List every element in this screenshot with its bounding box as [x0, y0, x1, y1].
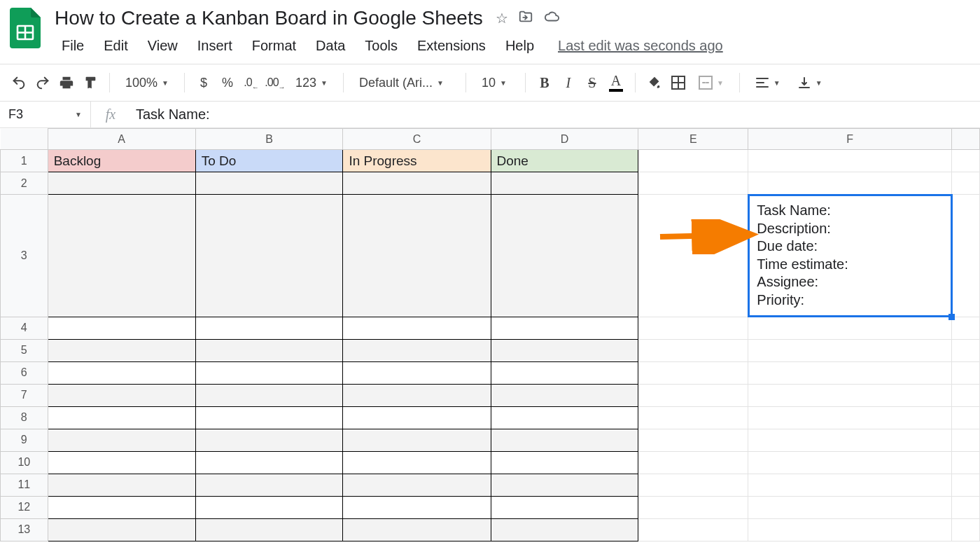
- cell-G2[interactable]: [952, 172, 980, 195]
- cell-D7[interactable]: [491, 384, 638, 406]
- cell-F9[interactable]: [748, 429, 952, 451]
- percent-button[interactable]: %: [217, 70, 238, 95]
- document-title[interactable]: How to Create a Kanban Board in Google S…: [52, 6, 486, 31]
- bold-button[interactable]: B: [534, 70, 555, 95]
- cell-C12[interactable]: [343, 496, 491, 518]
- cell-B10[interactable]: [195, 451, 343, 474]
- cell-E2[interactable]: [638, 172, 748, 195]
- cell-F10[interactable]: [748, 451, 952, 474]
- cell-A9[interactable]: [48, 429, 195, 451]
- cell-D8[interactable]: [491, 406, 638, 429]
- cell-C1[interactable]: In Progress: [343, 150, 491, 172]
- cell-D4[interactable]: [491, 317, 638, 339]
- menu-extensions[interactable]: Extensions: [407, 34, 496, 58]
- cell-E9[interactable]: [638, 429, 748, 451]
- italic-button[interactable]: I: [558, 70, 579, 95]
- cell-C11[interactable]: [343, 474, 491, 496]
- col-header-E[interactable]: E: [638, 129, 748, 150]
- row-header-9[interactable]: 9: [1, 429, 48, 451]
- row-header-5[interactable]: 5: [1, 339, 48, 361]
- move-folder-icon[interactable]: [518, 9, 533, 28]
- cell-E4[interactable]: [638, 317, 748, 339]
- menu-insert[interactable]: Insert: [188, 34, 242, 58]
- cell-E11[interactable]: [638, 474, 748, 496]
- cell-C2[interactable]: [343, 172, 491, 195]
- cell-C8[interactable]: [343, 406, 491, 429]
- decrease-decimals-button[interactable]: .0←: [241, 70, 262, 95]
- sheets-logo-icon[interactable]: [7, 6, 43, 50]
- cell-G3[interactable]: [952, 195, 980, 317]
- spreadsheet-grid[interactable]: ABCDEF1BacklogTo DoIn ProgressDone23Task…: [0, 128, 980, 541]
- text-color-button[interactable]: A: [606, 70, 626, 95]
- cell-F5[interactable]: [748, 339, 952, 361]
- cell-A6[interactable]: [48, 361, 195, 384]
- col-header-F[interactable]: F: [748, 129, 952, 150]
- cell-D1[interactable]: Done: [491, 150, 638, 172]
- cell-B6[interactable]: [195, 361, 343, 384]
- menu-tools[interactable]: Tools: [355, 34, 407, 58]
- strikethrough-button[interactable]: S: [582, 70, 603, 95]
- cell-C6[interactable]: [343, 361, 491, 384]
- cloud-status-icon[interactable]: [543, 9, 560, 28]
- cell-A8[interactable]: [48, 406, 195, 429]
- cell-G1[interactable]: [952, 150, 980, 172]
- cell-C10[interactable]: [343, 451, 491, 474]
- cell-G6[interactable]: [952, 361, 980, 384]
- number-format-select[interactable]: 123▼: [288, 76, 335, 90]
- cell-B4[interactable]: [195, 317, 343, 339]
- cell-E6[interactable]: [638, 361, 748, 384]
- cell-B12[interactable]: [195, 496, 343, 518]
- cell-A5[interactable]: [48, 339, 195, 361]
- select-all-corner[interactable]: [1, 129, 48, 150]
- col-header-D[interactable]: D: [491, 129, 638, 150]
- cell-F3[interactable]: Task Name: Description: Due date: Time e…: [748, 195, 952, 317]
- font-select[interactable]: Default (Ari...▼: [352, 76, 457, 90]
- cell-A4[interactable]: [48, 317, 195, 339]
- redo-button[interactable]: [32, 70, 53, 95]
- cell-G5[interactable]: [952, 339, 980, 361]
- cell-G8[interactable]: [952, 406, 980, 429]
- cell-F1[interactable]: [748, 150, 952, 172]
- cell-B7[interactable]: [195, 384, 343, 406]
- cell-D9[interactable]: [491, 429, 638, 451]
- cell-G13[interactable]: [952, 518, 980, 541]
- cell-B2[interactable]: [195, 172, 343, 195]
- cell-F12[interactable]: [748, 496, 952, 518]
- cell-C3[interactable]: [343, 195, 491, 317]
- horizontal-align-button[interactable]: ▼: [748, 76, 788, 90]
- row-header-7[interactable]: 7: [1, 384, 48, 406]
- cell-C7[interactable]: [343, 384, 491, 406]
- menu-format[interactable]: Format: [242, 34, 306, 58]
- row-header-4[interactable]: 4: [1, 317, 48, 339]
- cell-E10[interactable]: [638, 451, 748, 474]
- cell-D2[interactable]: [491, 172, 638, 195]
- cell-G9[interactable]: [952, 429, 980, 451]
- cell-C5[interactable]: [343, 339, 491, 361]
- cell-F2[interactable]: [748, 172, 952, 195]
- cell-A10[interactable]: [48, 451, 195, 474]
- cell-B3[interactable]: [195, 195, 343, 317]
- cell-A11[interactable]: [48, 474, 195, 496]
- row-header-11[interactable]: 11: [1, 474, 48, 496]
- col-header-A[interactable]: A: [48, 129, 195, 150]
- cell-E7[interactable]: [638, 384, 748, 406]
- cell-F11[interactable]: [748, 474, 952, 496]
- print-button[interactable]: [56, 70, 77, 95]
- cell-B5[interactable]: [195, 339, 343, 361]
- increase-decimals-button[interactable]: .00→: [265, 70, 286, 95]
- cell-B13[interactable]: [195, 518, 343, 541]
- row-header-2[interactable]: 2: [1, 172, 48, 195]
- last-edit-link[interactable]: Last edit was seconds ago: [544, 38, 723, 54]
- cell-D5[interactable]: [491, 339, 638, 361]
- cell-A1[interactable]: Backlog: [48, 150, 195, 172]
- cell-B11[interactable]: [195, 474, 343, 496]
- cell-E13[interactable]: [638, 518, 748, 541]
- cell-E12[interactable]: [638, 496, 748, 518]
- cell-G11[interactable]: [952, 474, 980, 496]
- currency-button[interactable]: $: [193, 70, 214, 95]
- cell-C4[interactable]: [343, 317, 491, 339]
- cell-E8[interactable]: [638, 406, 748, 429]
- borders-button[interactable]: [668, 70, 689, 95]
- selection-handle[interactable]: [948, 314, 955, 320]
- cell-E1[interactable]: [638, 150, 748, 172]
